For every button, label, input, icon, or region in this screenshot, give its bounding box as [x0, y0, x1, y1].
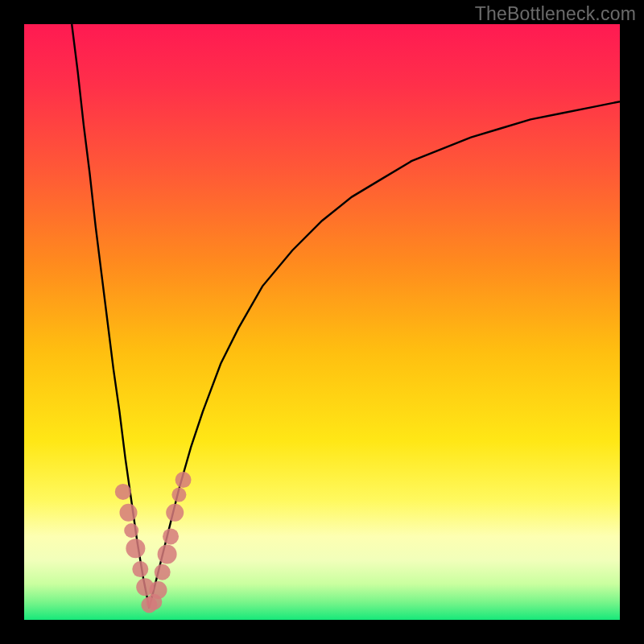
sample-point [166, 504, 184, 522]
bottleneck-curve-right [149, 101, 620, 608]
sample-point [124, 523, 138, 538]
sample-point [126, 539, 145, 558]
watermark-text: TheBottleneck.com [475, 3, 636, 25]
sample-point [171, 488, 186, 502]
sample-point [158, 545, 177, 564]
sample-point [150, 581, 167, 599]
sample-point [132, 561, 148, 577]
sample-point [175, 472, 192, 488]
plot-area [24, 24, 620, 620]
chart-frame: TheBottleneck.com [0, 0, 644, 644]
sample-point [155, 564, 171, 580]
marker-group [115, 472, 192, 613]
sample-point [120, 504, 138, 522]
sample-point [163, 528, 179, 544]
curves-layer [24, 24, 620, 620]
bottleneck-curve-left [72, 24, 149, 608]
sample-point [115, 484, 131, 500]
